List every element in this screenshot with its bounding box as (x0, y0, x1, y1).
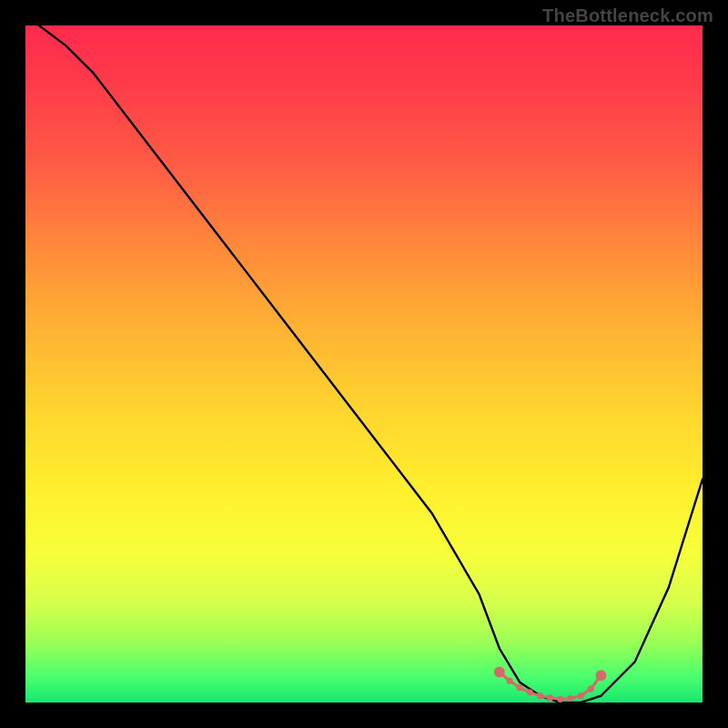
optimal-band-dot (548, 695, 552, 700)
optimal-band-end-dot (596, 671, 605, 680)
optimal-band-dot (589, 687, 593, 692)
optimal-band-dot (518, 685, 522, 690)
optimal-band-markers (495, 668, 606, 702)
optimal-band-dot (507, 679, 511, 683)
chart-frame: TheBottleneck.com (0, 0, 728, 728)
optimal-band-dot (538, 693, 542, 698)
optimal-band-dot (579, 693, 583, 698)
optimal-band-dot (558, 697, 562, 702)
optimal-band-end-dot (495, 668, 504, 677)
curve-layer (25, 25, 703, 703)
optimal-band-dot (528, 690, 532, 694)
optimal-band-dot (568, 696, 572, 701)
bottleneck-curve (39, 25, 703, 703)
watermark-text: TheBottleneck.com (542, 5, 713, 26)
plot-area (25, 25, 703, 703)
